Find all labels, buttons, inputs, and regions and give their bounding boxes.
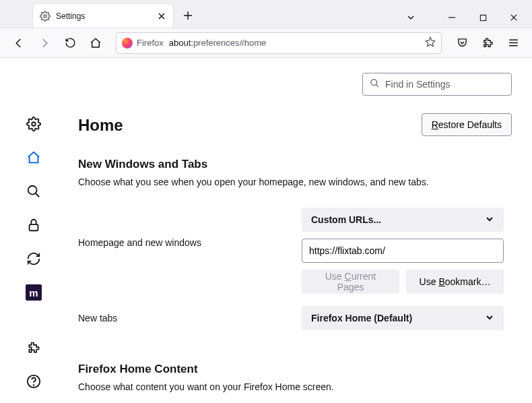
browser-tab[interactable]: Settings [32, 3, 174, 28]
svg-point-7 [371, 80, 377, 86]
section-new-windows-heading: New Windows and Tabs [78, 158, 512, 171]
newtabs-dropdown[interactable]: Firefox Home (Default) [302, 306, 504, 330]
search-placeholder: Find in Settings [385, 79, 451, 90]
newtabs-label: New tabs [78, 313, 302, 323]
section-home-content-desc: Choose what content you want on your Fir… [78, 381, 512, 392]
homepage-mode-dropdown[interactable]: Custom URLs... [302, 208, 504, 232]
sidebar-item-extensions[interactable] [20, 334, 47, 361]
dropdown-value: Custom URLs... [311, 214, 381, 225]
use-current-pages-button: Use Current Pages [302, 270, 399, 294]
extensions-button[interactable] [477, 32, 498, 54]
section-new-windows-desc: Choose what you see when you open your h… [78, 177, 512, 187]
gear-icon [40, 11, 51, 22]
sidebar-item-help[interactable] [20, 368, 47, 395]
svg-point-0 [44, 15, 46, 18]
minimize-button[interactable] [436, 7, 467, 28]
homepage-label: Homepage and new windows [78, 208, 302, 248]
back-button[interactable] [8, 32, 30, 54]
url-bar[interactable]: Firefox about:preferences#home [116, 32, 442, 54]
forward-button[interactable] [34, 32, 55, 54]
homepage-url-input[interactable] [302, 239, 504, 263]
close-button[interactable] [498, 7, 529, 28]
firefox-icon [122, 38, 133, 49]
use-bookmark-button[interactable]: Use Bookmark… [406, 270, 504, 294]
sidebar-item-home[interactable] [20, 144, 47, 171]
home-button[interactable] [85, 32, 106, 54]
identity-label: Firefox [137, 38, 164, 48]
reload-button[interactable] [59, 32, 81, 54]
sidebar-item-privacy[interactable] [20, 212, 47, 239]
restore-defaults-button[interactable]: Restore Defaults [422, 113, 512, 136]
sidebar-item-general[interactable] [20, 111, 47, 137]
tabs-dropdown-button[interactable] [399, 7, 423, 28]
identity-box[interactable]: Firefox [122, 38, 164, 49]
svg-point-6 [34, 385, 34, 385]
bookmark-star-icon[interactable] [425, 36, 436, 50]
url-text: about:preferences#home [169, 38, 425, 48]
section-home-content-heading: Firefox Home Content [78, 363, 512, 376]
chevron-down-icon [485, 313, 494, 324]
chevron-down-icon [485, 214, 494, 226]
pocket-button[interactable] [451, 32, 473, 54]
menu-button[interactable] [502, 32, 524, 54]
search-settings-input[interactable]: Find in Settings [362, 73, 512, 96]
svg-point-3 [28, 186, 37, 195]
maximize-button[interactable] [467, 7, 498, 28]
svg-rect-4 [30, 224, 38, 230]
sidebar-item-more[interactable]: m [20, 279, 47, 306]
new-tab-button[interactable] [178, 5, 198, 26]
close-icon[interactable] [157, 11, 166, 21]
dropdown-value: Firefox Home (Default) [311, 313, 412, 323]
sidebar-item-search[interactable] [20, 178, 47, 205]
svg-point-2 [32, 122, 36, 126]
svg-rect-1 [480, 15, 486, 20]
sidebar-item-sync[interactable] [20, 245, 47, 272]
search-icon [370, 78, 380, 90]
m-icon: m [26, 284, 42, 301]
tab-label: Settings [56, 11, 157, 21]
